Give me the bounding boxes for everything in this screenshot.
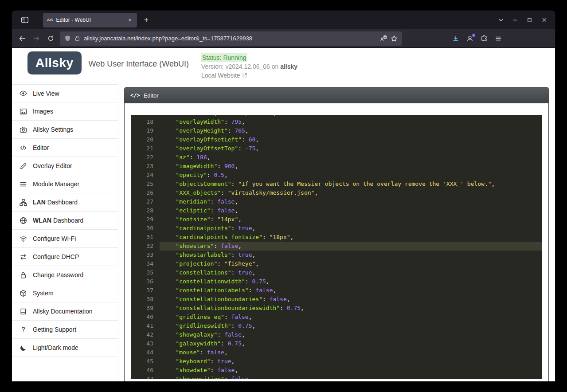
images-icon: [20, 108, 27, 115]
line-number: 36: [131, 277, 160, 286]
sidebar-item-lan-dashboard[interactable]: LAN Dashboard: [12, 193, 118, 212]
code-text: "ecliptic": false,: [160, 206, 542, 215]
code-line-23[interactable]: 23 "imageWidth": 900,: [131, 162, 542, 171]
sidebar-item-images[interactable]: Images: [12, 102, 118, 121]
menu-hamburger-icon[interactable]: [492, 32, 505, 45]
maximize-button[interactable]: [522, 11, 537, 29]
code-line-27[interactable]: 27 "meridian": false,: [131, 197, 542, 206]
code-line-37[interactable]: 37 "constellationlabels": false,: [131, 286, 542, 295]
code-line-44[interactable]: 44 "mouse": false,: [131, 348, 542, 357]
navigation-bar: allsky.joancatala.net/index.php?page=edi…: [12, 29, 555, 48]
sidebar-item-label: Allsky Documentation: [33, 308, 93, 315]
line-number: 38: [131, 295, 160, 304]
sidebar-item-label: Light/Dark mode: [33, 344, 78, 351]
code-line-41[interactable]: 41 "gridlineswidth": 0.75,: [131, 321, 542, 330]
sidebar-item-light-dark-mode[interactable]: Light/Dark mode: [12, 339, 118, 357]
code-line-32[interactable]: 32 "showstars": false,: [131, 242, 542, 251]
code-line-25[interactable]: 25 "objectsComment": "If you want the Me…: [131, 180, 542, 188]
code-line-28[interactable]: 28 "ecliptic": false,: [131, 206, 542, 215]
code-line-22[interactable]: 22 "az": 186,: [131, 153, 542, 162]
code-line-39[interactable]: 39 "constellationboundarieswidth": 0.75,: [131, 304, 542, 313]
line-number: 19: [131, 126, 160, 135]
tracking-protection-shield-icon[interactable]: [64, 35, 71, 42]
code-line-36[interactable]: 36 "constellationwidth": 0.75,: [131, 277, 542, 286]
line-number: 40: [131, 313, 160, 321]
sidebar-item-configure-dhcp[interactable]: Configure DHCP: [12, 248, 118, 266]
code-line-20[interactable]: 20 "overlayOffsetLeft": 60,: [131, 135, 542, 144]
new-tab-button[interactable]: +: [140, 13, 153, 27]
reload-icon[interactable]: [44, 32, 57, 45]
forward-icon[interactable]: [30, 32, 43, 45]
sidebar-item-wlan-dashboard[interactable]: WLAN Dashboard: [12, 212, 118, 230]
code-text: "mouse": false,: [160, 348, 542, 357]
sidebar-item-system[interactable]: System: [12, 284, 118, 302]
sidebar-item-live-view[interactable]: Live View: [12, 84, 118, 102]
line-number: 33: [131, 251, 160, 259]
code-text: "constellationboundaries": false,: [160, 295, 542, 304]
account-icon[interactable]: [463, 32, 477, 45]
allsky-logo[interactable]: Allsky: [27, 51, 82, 74]
url-input[interactable]: allsky.joancatala.net/index.php?page=edi…: [84, 35, 376, 42]
code-text: "opacity": 0.5,: [160, 171, 542, 180]
version-value: v2024.12.06_06: [225, 63, 270, 70]
code-line-35[interactable]: 35 "constellations": true,: [131, 268, 542, 277]
code-line-46[interactable]: 46 "showdate": false,: [131, 366, 542, 375]
code-line-26[interactable]: 26 "XXX_objects": "virtualsky/messier.js…: [131, 188, 542, 197]
code-editor[interactable]: 17 "showOverlayAtStartup": true,18 "over…: [131, 115, 542, 379]
code-line-34[interactable]: 34 "projection": "fisheye",: [131, 259, 542, 268]
code-line-31[interactable]: 31 "cardinalpoints_fontsize": "18px",: [131, 233, 542, 242]
sidebar-item-change-password[interactable]: Change Password: [12, 266, 118, 284]
back-icon[interactable]: [16, 32, 29, 45]
downloads-icon[interactable]: [449, 32, 462, 45]
bookmark-star-icon[interactable]: [391, 35, 398, 42]
sidebar-item-allsky-documentation[interactable]: Allsky Documentation: [12, 302, 118, 321]
code-line-38[interactable]: 38 "constellationboundaries": false,: [131, 295, 542, 304]
translate-icon[interactable]: [380, 35, 387, 42]
version-label: Version:: [201, 63, 224, 70]
minimize-button[interactable]: [508, 11, 522, 29]
local-website-link[interactable]: Local Website: [201, 71, 297, 80]
line-number: 42: [131, 330, 160, 339]
code-line-42[interactable]: 42 "showgalaxy": false,: [131, 330, 542, 339]
tab-close-icon[interactable]: ×: [126, 16, 134, 24]
tab-favicon: AS: [47, 18, 53, 22]
code-line-43[interactable]: 43 "galaxywidth": 0.75,: [131, 339, 542, 348]
code-line-47[interactable]: 47 "showposition": false,: [131, 375, 542, 379]
list-all-tabs-chevron-icon[interactable]: [494, 13, 508, 27]
code-text: "XXX_objects": "virtualsky/messier.json"…: [160, 188, 542, 197]
code-text: "overlayOffsetTop": -75,: [160, 144, 542, 153]
code-line-21[interactable]: 21 "overlayOffsetTop": -75,: [131, 144, 542, 153]
sidebar-item-editor[interactable]: Editor: [12, 139, 118, 157]
extensions-puzzle-icon[interactable]: [477, 32, 491, 45]
sidebar-item-allsky-settings[interactable]: Allsky Settings: [12, 121, 118, 139]
sidebar-item-configure-wi-fi[interactable]: Configure Wi-Fi: [12, 230, 118, 248]
code-line-29[interactable]: 29 "fontsize": "14px",: [131, 215, 542, 224]
code-line-18[interactable]: 18 "overlayWidth": 795,: [131, 118, 542, 126]
book-icon: [20, 308, 27, 315]
browser-tab[interactable]: AS Editor - WebUI ×: [43, 13, 137, 27]
code-line-30[interactable]: 30 "cardinalpoints": true,: [131, 224, 542, 233]
tab-bar: AS Editor - WebUI × +: [12, 11, 555, 29]
line-number: 31: [131, 233, 160, 242]
code-line-24[interactable]: 24 "opacity": 0.5,: [131, 171, 542, 180]
globe-icon: [20, 217, 27, 224]
line-number: 41: [131, 321, 160, 330]
sidebar-item-overlay-editor[interactable]: Overlay Editor: [12, 157, 118, 175]
tab-title: Editor - WebUI: [56, 17, 123, 23]
window-controls: [508, 11, 551, 29]
url-bar[interactable]: allsky.joancatala.net/index.php?page=edi…: [60, 31, 402, 46]
sidebar-item-getting-support[interactable]: Getting Support: [12, 321, 118, 339]
code-text: "keyboard": true,: [160, 357, 542, 366]
webui-page: Allsky Web User Interface (WebUI) Status…: [12, 48, 555, 381]
code-line-33[interactable]: 33 "showstarlabels": true,: [131, 251, 542, 259]
version-on: on: [272, 63, 279, 70]
sidebar-item-label: Configure Wi-Fi: [33, 235, 76, 242]
code-line-45[interactable]: 45 "keyboard": true,: [131, 357, 542, 366]
firefox-view-icon[interactable]: [18, 13, 31, 27]
code-line-19[interactable]: 19 "overlayHeight": 765,: [131, 126, 542, 135]
code-text: "galaxywidth": 0.75,: [160, 339, 542, 348]
close-window-button[interactable]: [537, 11, 551, 29]
https-lock-icon[interactable]: [74, 35, 80, 41]
code-line-40[interactable]: 40 "gridlines_eq": false,: [131, 313, 542, 321]
sidebar-item-module-manager[interactable]: Module Manager: [12, 175, 118, 193]
